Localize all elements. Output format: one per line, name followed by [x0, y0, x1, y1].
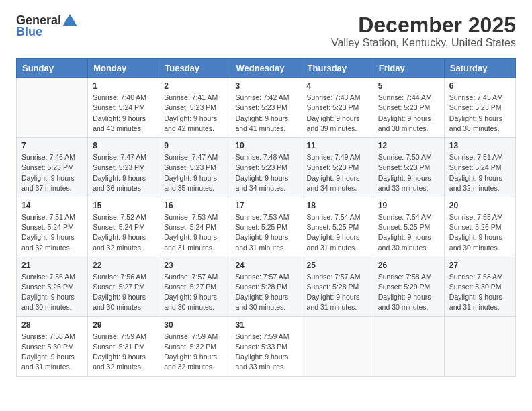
- day-info: Sunrise: 7:57 AMSunset: 5:27 PMDaylight:…: [164, 272, 225, 313]
- header-friday: Friday: [373, 59, 444, 78]
- table-row: [17, 78, 88, 138]
- day-info: Sunrise: 7:57 AMSunset: 5:28 PMDaylight:…: [307, 272, 368, 313]
- table-row: 18Sunrise: 7:54 AMSunset: 5:25 PMDayligh…: [302, 197, 373, 257]
- day-info: Sunrise: 7:47 AMSunset: 5:23 PMDaylight:…: [93, 152, 154, 193]
- table-row: 11Sunrise: 7:49 AMSunset: 5:23 PMDayligh…: [302, 138, 373, 197]
- day-number: 14: [21, 201, 83, 210]
- table-row: 3Sunrise: 7:42 AMSunset: 5:23 PMDaylight…: [230, 78, 302, 138]
- day-number: 8: [93, 141, 154, 150]
- logo: General Blue: [16, 13, 77, 39]
- table-row: [444, 316, 515, 376]
- table-row: 17Sunrise: 7:53 AMSunset: 5:25 PMDayligh…: [230, 197, 302, 257]
- header-tuesday: Tuesday: [159, 59, 230, 78]
- calendar-header-row: Sunday Monday Tuesday Wednesday Thursday…: [17, 59, 516, 78]
- day-info: Sunrise: 7:56 AMSunset: 5:26 PMDaylight:…: [21, 272, 83, 313]
- table-row: [302, 316, 373, 376]
- calendar-week-4: 21Sunrise: 7:56 AMSunset: 5:26 PMDayligh…: [17, 257, 516, 316]
- page-header: General Blue December 2025 Valley Statio…: [16, 13, 516, 49]
- day-number: 2: [164, 81, 225, 91]
- day-info: Sunrise: 7:58 AMSunset: 5:29 PMDaylight:…: [378, 272, 439, 313]
- day-number: 4: [307, 81, 368, 91]
- table-row: 2Sunrise: 7:41 AMSunset: 5:23 PMDaylight…: [159, 78, 230, 138]
- day-number: 17: [235, 201, 296, 210]
- day-number: 20: [449, 201, 511, 210]
- day-number: 23: [164, 261, 225, 270]
- day-info: Sunrise: 7:46 AMSunset: 5:23 PMDaylight:…: [21, 152, 83, 193]
- header-wednesday: Wednesday: [230, 59, 302, 78]
- day-number: 13: [449, 141, 511, 150]
- table-row: 16Sunrise: 7:53 AMSunset: 5:24 PMDayligh…: [159, 197, 230, 257]
- day-info: Sunrise: 7:59 AMSunset: 5:31 PMDaylight:…: [93, 332, 154, 373]
- day-number: 6: [449, 81, 511, 91]
- day-info: Sunrise: 7:53 AMSunset: 5:25 PMDaylight:…: [235, 212, 296, 253]
- day-info: Sunrise: 7:54 AMSunset: 5:25 PMDaylight:…: [307, 212, 368, 253]
- day-number: 10: [235, 141, 296, 150]
- day-number: 25: [307, 261, 368, 270]
- header-sunday: Sunday: [17, 59, 88, 78]
- table-row: 12Sunrise: 7:50 AMSunset: 5:23 PMDayligh…: [373, 138, 444, 197]
- day-info: Sunrise: 7:48 AMSunset: 5:23 PMDaylight:…: [235, 152, 296, 193]
- table-row: 10Sunrise: 7:48 AMSunset: 5:23 PMDayligh…: [230, 138, 302, 197]
- logo-blue-text: Blue: [16, 25, 42, 39]
- table-row: 20Sunrise: 7:55 AMSunset: 5:26 PMDayligh…: [444, 197, 515, 257]
- table-row: 25Sunrise: 7:57 AMSunset: 5:28 PMDayligh…: [302, 257, 373, 316]
- day-number: 24: [235, 261, 296, 270]
- title-area: December 2025 Valley Station, Kentucky, …: [331, 13, 516, 49]
- day-number: 22: [93, 261, 154, 270]
- table-row: 15Sunrise: 7:52 AMSunset: 5:24 PMDayligh…: [88, 197, 159, 257]
- table-row: 13Sunrise: 7:51 AMSunset: 5:24 PMDayligh…: [444, 138, 515, 197]
- header-thursday: Thursday: [302, 59, 373, 78]
- day-number: 15: [93, 201, 154, 210]
- table-row: 24Sunrise: 7:57 AMSunset: 5:28 PMDayligh…: [230, 257, 302, 316]
- day-number: 26: [378, 261, 439, 270]
- table-row: 28Sunrise: 7:58 AMSunset: 5:30 PMDayligh…: [17, 316, 88, 376]
- day-number: 9: [164, 141, 225, 150]
- day-info: Sunrise: 7:41 AMSunset: 5:23 PMDaylight:…: [164, 93, 225, 134]
- day-info: Sunrise: 7:59 AMSunset: 5:32 PMDaylight:…: [164, 332, 225, 373]
- calendar-week-5: 28Sunrise: 7:58 AMSunset: 5:30 PMDayligh…: [17, 316, 516, 376]
- table-row: 6Sunrise: 7:45 AMSunset: 5:23 PMDaylight…: [444, 78, 515, 138]
- table-row: 23Sunrise: 7:57 AMSunset: 5:27 PMDayligh…: [159, 257, 230, 316]
- day-info: Sunrise: 7:45 AMSunset: 5:23 PMDaylight:…: [449, 93, 511, 134]
- svg-marker-0: [62, 14, 77, 26]
- table-row: 8Sunrise: 7:47 AMSunset: 5:23 PMDaylight…: [88, 138, 159, 197]
- table-row: 9Sunrise: 7:47 AMSunset: 5:23 PMDaylight…: [159, 138, 230, 197]
- location-title: Valley Station, Kentucky, United States: [331, 37, 516, 49]
- table-row: 26Sunrise: 7:58 AMSunset: 5:29 PMDayligh…: [373, 257, 444, 316]
- day-info: Sunrise: 7:55 AMSunset: 5:26 PMDaylight:…: [449, 212, 511, 253]
- header-monday: Monday: [88, 59, 159, 78]
- day-info: Sunrise: 7:47 AMSunset: 5:23 PMDaylight:…: [164, 152, 225, 193]
- table-row: 27Sunrise: 7:58 AMSunset: 5:30 PMDayligh…: [444, 257, 515, 316]
- day-number: 5: [378, 81, 439, 91]
- calendar-week-2: 7Sunrise: 7:46 AMSunset: 5:23 PMDaylight…: [17, 138, 516, 197]
- day-info: Sunrise: 7:59 AMSunset: 5:33 PMDaylight:…: [235, 332, 296, 373]
- table-row: 22Sunrise: 7:56 AMSunset: 5:27 PMDayligh…: [88, 257, 159, 316]
- logo-icon: [62, 14, 77, 26]
- table-row: 19Sunrise: 7:54 AMSunset: 5:25 PMDayligh…: [373, 197, 444, 257]
- day-info: Sunrise: 7:51 AMSunset: 5:24 PMDaylight:…: [449, 152, 511, 193]
- table-row: [373, 316, 444, 376]
- day-number: 31: [235, 320, 296, 330]
- table-row: 14Sunrise: 7:51 AMSunset: 5:24 PMDayligh…: [17, 197, 88, 257]
- table-row: 5Sunrise: 7:44 AMSunset: 5:23 PMDaylight…: [373, 78, 444, 138]
- day-info: Sunrise: 7:50 AMSunset: 5:23 PMDaylight:…: [378, 152, 439, 193]
- day-number: 21: [21, 261, 83, 270]
- day-number: 1: [93, 81, 154, 91]
- day-info: Sunrise: 7:52 AMSunset: 5:24 PMDaylight:…: [93, 212, 154, 253]
- day-number: 19: [378, 201, 439, 210]
- day-info: Sunrise: 7:51 AMSunset: 5:24 PMDaylight:…: [21, 212, 83, 253]
- day-info: Sunrise: 7:56 AMSunset: 5:27 PMDaylight:…: [93, 272, 154, 313]
- day-info: Sunrise: 7:44 AMSunset: 5:23 PMDaylight:…: [378, 93, 439, 134]
- month-title: December 2025: [331, 13, 516, 37]
- day-info: Sunrise: 7:40 AMSunset: 5:24 PMDaylight:…: [93, 93, 154, 134]
- day-info: Sunrise: 7:54 AMSunset: 5:25 PMDaylight:…: [378, 212, 439, 253]
- day-number: 30: [164, 320, 225, 330]
- day-info: Sunrise: 7:42 AMSunset: 5:23 PMDaylight:…: [235, 93, 296, 134]
- day-info: Sunrise: 7:49 AMSunset: 5:23 PMDaylight:…: [307, 152, 368, 193]
- day-number: 11: [307, 141, 368, 150]
- day-info: Sunrise: 7:58 AMSunset: 5:30 PMDaylight:…: [449, 272, 511, 313]
- day-info: Sunrise: 7:43 AMSunset: 5:23 PMDaylight:…: [307, 93, 368, 134]
- calendar-week-3: 14Sunrise: 7:51 AMSunset: 5:24 PMDayligh…: [17, 197, 516, 257]
- calendar-table: Sunday Monday Tuesday Wednesday Thursday…: [16, 58, 516, 376]
- table-row: 21Sunrise: 7:56 AMSunset: 5:26 PMDayligh…: [17, 257, 88, 316]
